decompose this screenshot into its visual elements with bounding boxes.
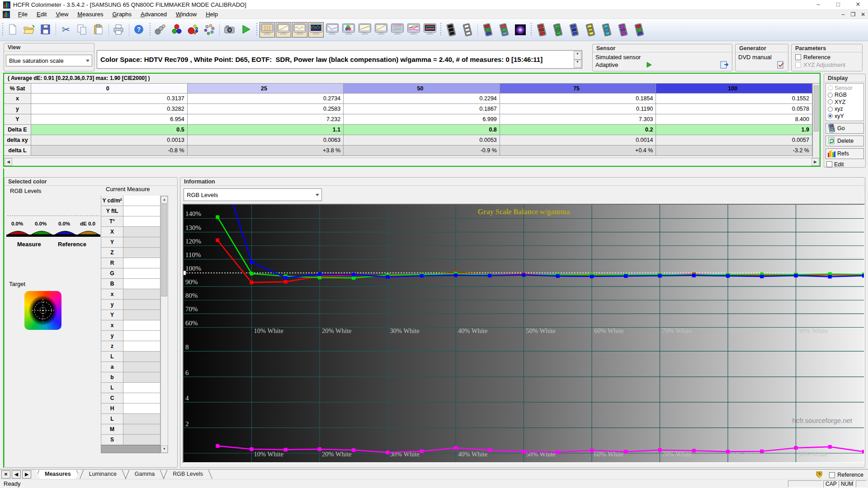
scroll-up-icon[interactable]: ▲ [161,196,168,203]
table-cell[interactable]: 0.8 [344,125,500,135]
table-cell[interactable]: 0.2294 [344,94,500,104]
table-cell[interactable]: 0.3137 [31,94,188,104]
seq-white-icon[interactable] [460,22,475,38]
delete-button[interactable]: Delete [826,136,864,146]
view-cie-diagram-icon[interactable] [341,22,356,38]
edit-checkbox[interactable] [826,161,832,167]
table-cell[interactable]: 7.232 [188,114,344,125]
tab-measures[interactable]: Measures [36,469,80,479]
paste-icon[interactable] [91,22,106,38]
table-cell[interactable]: -0.8 % [31,145,188,156]
table-cell[interactable]: 0.1854 [500,94,656,104]
open-file-icon[interactable] [22,22,37,38]
camera-snapshot-icon[interactable] [222,22,237,38]
run-measures-icon[interactable] [238,22,254,38]
column-header-75[interactable]: 75 [500,84,656,94]
view-luminance2-icon[interactable] [357,22,373,38]
seq-primaries-icon[interactable] [480,22,495,38]
view-luminance-curve-icon[interactable] [276,22,291,38]
saturation-balls-icon[interactable] [185,22,201,38]
table-cell[interactable]: 0.3282 [31,104,188,114]
seq-red-icon[interactable] [534,22,549,38]
sensor-gray-balls-icon[interactable] [153,22,168,38]
go-button[interactable]: Go [826,123,864,134]
table-cell[interactable]: -3.2 % [656,145,812,156]
view-full-dark-icon[interactable] [422,22,438,38]
table-cell[interactable]: 0.0014 [500,135,656,145]
table-cell[interactable]: 0.0057 [656,135,812,145]
column-header-50[interactable]: 50 [344,84,500,94]
sensor-run-icon[interactable] [646,62,652,68]
radio-icon[interactable] [828,93,833,98]
view-gamma-curve-icon[interactable] [292,22,307,38]
menu-view[interactable]: View [51,10,73,19]
seq-cyan-icon[interactable] [599,22,614,38]
minimize-button[interactable]: – [808,0,828,10]
seq-yellow-icon[interactable] [583,22,598,38]
seq-secondaries-icon[interactable] [496,22,512,38]
print-icon[interactable] [111,22,127,38]
tab-scroll-left-button[interactable]: ◀ [12,470,21,479]
info-spinner[interactable]: ▲▼ [574,51,581,68]
table-cell[interactable]: 8.400 [656,114,812,125]
table-cell[interactable]: +3.8 % [188,145,344,156]
seq-rgb-icon[interactable] [632,22,647,38]
table-cell[interactable]: +0.4 % [500,145,656,156]
column-header-0[interactable]: 0 [31,84,188,94]
menu-graphs[interactable]: Graphs [108,10,136,19]
graph-type-dropdown[interactable]: RGB Levels [184,188,322,201]
mdi-restore-button[interactable]: ❐ [848,11,858,18]
seq-black-icon[interactable] [443,22,459,38]
view-rgb-levels-icon[interactable] [308,22,324,38]
radio-icon[interactable] [828,99,833,104]
mdi-close-button[interactable]: ✕ [858,11,868,18]
seq-green-icon[interactable] [550,22,566,38]
table-cell[interactable]: 0.1190 [500,104,656,114]
reference-toggle-checkbox[interactable] [829,472,835,478]
table-cell[interactable]: -0.9 % [344,145,500,156]
display-mode-xyy[interactable]: xyY [828,113,862,120]
seq-magenta-icon[interactable] [615,22,631,38]
table-cell[interactable]: 0.0013 [31,135,188,145]
tab-luminance[interactable]: Luminance [80,469,126,479]
table-cell[interactable]: 0.2 [500,125,656,135]
view-color-levels-icon[interactable] [390,22,405,38]
table-cell[interactable]: 0.1867 [344,104,500,114]
mdi-minimize-button[interactable]: – [838,11,848,18]
new-document-icon[interactable] [5,22,21,38]
reference-checkbox[interactable] [795,54,801,60]
menu-file[interactable]: File [14,10,32,19]
color-ring-balls-icon[interactable] [202,22,217,38]
seq-contrast-icon[interactable] [513,22,528,38]
maximize-button[interactable]: □ [828,0,848,10]
radio-icon[interactable] [828,113,833,118]
radio-icon[interactable] [828,107,833,112]
reference-checkbox-row[interactable]: Reference [795,54,830,61]
generator-config-icon[interactable] [777,61,785,69]
copy-icon[interactable] [75,22,90,38]
table-cell[interactable]: 7.303 [500,114,656,125]
scroll-down-icon[interactable]: ▼ [161,446,168,453]
table-cell[interactable]: 1.1 [188,125,344,135]
scrollbar-thumb[interactable] [814,85,819,131]
seq-blue-icon[interactable] [566,22,582,38]
scroll-left-icon[interactable]: ◀ [5,158,12,166]
tab-scroll-right-button[interactable]: ▶ [22,470,31,479]
table-cell[interactable]: 0.1552 [656,94,812,104]
scroll-right-icon[interactable]: ▶ [811,158,819,166]
tab-gamma[interactable]: Gamma [126,469,164,479]
menu-measures[interactable]: Measures [73,10,108,19]
reference-toggle-row[interactable]: Reference [829,471,863,479]
table-cell[interactable]: 0.0053 [344,135,500,145]
scrollbar-thumb[interactable] [161,204,167,296]
table-cell[interactable]: 0.5 [31,125,188,135]
close-view-button[interactable]: ✕ [1,470,10,479]
view-gamma2-icon[interactable] [373,22,389,38]
view-saturation-curves-icon[interactable] [406,22,421,38]
menu-advanced[interactable]: Advanced [136,10,171,19]
display-mode-xyz[interactable]: xyz [828,106,862,113]
menu-help[interactable]: Help [201,10,222,19]
close-button[interactable]: ✕ [848,0,868,10]
display-mode-xyz[interactable]: XYZ [828,99,862,106]
refs-button[interactable]: Refs [826,148,864,159]
